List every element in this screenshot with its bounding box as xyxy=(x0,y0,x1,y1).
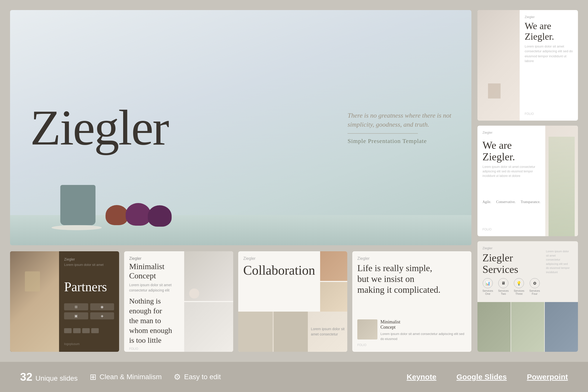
thumb1-content: Ziegler We are Ziegler. Lorem ipsum dolo… xyxy=(520,10,578,121)
keynote-link[interactable]: Keynote xyxy=(407,373,436,381)
life-mini-content: MinimalistConcept Lorem ipsum dolor sit … xyxy=(380,319,466,341)
collab-bottom-2 xyxy=(274,312,308,352)
collab-img-1 xyxy=(320,251,347,281)
minimalist-text: Lorem ipsum dolor sit amet consectetur a… xyxy=(129,282,179,293)
clean-label: Clean & Minimalism xyxy=(100,373,162,381)
life-page: FOLIO xyxy=(357,343,466,347)
partners-title: Partners xyxy=(64,279,114,294)
slide-partners[interactable]: Ziegler Lorem ipsum dolor sit amet Partn… xyxy=(10,251,119,352)
thumb2-content: Ziegler We areZiegler. Lorem ipsum dolor… xyxy=(477,126,545,236)
icon-box-2 xyxy=(73,328,81,333)
service-label-4: Services Four xyxy=(529,289,540,295)
icon-box-4 xyxy=(91,328,99,333)
logo-item-4: ◈ xyxy=(90,312,114,319)
fig-3 xyxy=(148,205,172,227)
tag-conservative: Conservative. xyxy=(496,200,516,204)
template-label: Simple Presentation Template xyxy=(348,137,451,144)
minimalist-images xyxy=(184,251,233,352)
edit-label: Easy to edit xyxy=(184,373,221,381)
bottom-slides-row: Ziegler Lorem ipsum dolor sit amet Partn… xyxy=(10,251,471,352)
minimalist-quote: Nothing isenough forthe man towhom enoug… xyxy=(129,296,179,345)
service-three: 💡 Services Three xyxy=(514,278,524,295)
service-img-2 xyxy=(511,302,544,352)
thumb2-image xyxy=(545,126,578,236)
life-mini-text: Lorem ipsum dolor sit amet consectetur a… xyxy=(380,331,466,341)
feature-clean: ⊞ Clean & Minimalism xyxy=(90,372,162,382)
service-label-1: Services One xyxy=(482,289,493,295)
edit-icon: ⚙ xyxy=(174,372,181,382)
main-area: Ziegler There is no greatness where ther… xyxy=(0,0,588,362)
service-icon-4: ⚙ xyxy=(530,278,540,288)
clean-icon: ⊞ xyxy=(90,372,96,382)
thumb2-text: Lorem ipsum dolor sit amet consectetur a… xyxy=(482,165,540,178)
logo-item-3: ▣ xyxy=(64,312,88,319)
main-title: Ziegler xyxy=(10,103,168,153)
collab-bottom-text: Lorem ipsum dolor sit amet consectetur xyxy=(309,312,347,352)
icon-box-1 xyxy=(64,328,72,333)
collaboration-images xyxy=(320,251,347,312)
service-icon-3: 💡 xyxy=(514,278,524,288)
thumb2-tags: Agile. Conservative. Transparance. xyxy=(482,200,540,206)
collaboration-tag: Ziegler xyxy=(243,256,315,261)
main-subtitle-area: There is no greatness where there is not… xyxy=(348,111,451,144)
google-slides-link[interactable]: Google Slides xyxy=(457,373,507,381)
slide-count-area: 32 Unique slides xyxy=(20,371,78,383)
collaboration-title: Collaboration xyxy=(243,263,315,278)
thumb3-title: ZieglerServices xyxy=(482,252,540,275)
slide-count-label: Unique slides xyxy=(35,374,78,382)
logo-grid: ⊞ ◉ ▣ ◈ xyxy=(64,303,114,319)
footer-links: Keynote Google Slides Powerpoint xyxy=(407,373,568,381)
collaboration-bottom-images: Lorem ipsum dolor sit amet consectetur xyxy=(238,312,347,352)
life-bottom: MinimalistConcept Lorem ipsum dolor sit … xyxy=(357,319,466,341)
thumb3-header: Ziegler ZieglerServices 📊 Services One 🖥… xyxy=(482,246,573,295)
minimalist-content: Ziegler MinimalistConcept Lorem ipsum do… xyxy=(124,251,184,352)
thumb2-title: We areZiegler. xyxy=(482,139,540,163)
minimalist-title: MinimalistConcept xyxy=(129,262,179,280)
service-label-3: Services Three xyxy=(514,289,524,295)
thumb3-desc-area: Lorem ipsum dolor sit amet consectetur a… xyxy=(543,246,573,295)
thumb1-text: Lorem ipsum dolor sit amet consectetur a… xyxy=(525,44,573,64)
tag-transparance: Transparance. xyxy=(521,200,540,204)
logo-icons xyxy=(64,328,114,333)
main-slide[interactable]: Ziegler There is no greatness where ther… xyxy=(10,10,471,245)
logo-item-1: ⊞ xyxy=(64,303,88,310)
minimalist-img-bottom xyxy=(184,302,233,352)
service-one: 📊 Services One xyxy=(482,278,493,295)
cup xyxy=(60,185,95,225)
powerpoint-link[interactable]: Powerpoint xyxy=(527,373,568,381)
icon-box-3 xyxy=(82,328,90,333)
minimalist-label: Ziegler xyxy=(129,256,179,261)
main-tagline: There is no greatness where there is not… xyxy=(348,111,451,129)
logo-item-2: ◉ xyxy=(90,303,114,310)
thumb-we-are-ziegler-1[interactable]: Ziegler We are Ziegler. Lorem ipsum dolo… xyxy=(477,10,578,121)
minimalist-page: FOLIO xyxy=(129,347,179,351)
feature-edit: ⚙ Easy to edit xyxy=(174,372,221,382)
right-thumbnails: Ziegler We are Ziegler. Lorem ipsum dolo… xyxy=(477,10,578,352)
life-title: Life is really simple,but we insist onma… xyxy=(357,263,466,296)
life-mini-label: MinimalistConcept xyxy=(380,319,466,330)
life-content: Ziegler Life is really simple,but we ins… xyxy=(357,256,466,319)
thumb3-desc: Lorem ipsum dolor sit amet consectetur a… xyxy=(546,249,570,274)
thumb2-tag: Ziegler xyxy=(482,131,540,134)
fig-1 xyxy=(106,205,128,225)
thumb3-main-content: Ziegler ZieglerServices 📊 Services One 🖥… xyxy=(482,246,540,295)
slide-minimalist[interactable]: Ziegler MinimalistConcept Lorem ipsum do… xyxy=(124,251,233,352)
service-icon-2: 🖥 xyxy=(498,278,508,288)
slide-life[interactable]: Ziegler Life is really simple,but we ins… xyxy=(352,251,471,352)
slide-count: 32 xyxy=(20,371,32,383)
thumb1-title: We are Ziegler. xyxy=(525,21,573,42)
collab-bottom-1 xyxy=(238,312,273,352)
thumb-ziegler-services[interactable]: Ziegler ZieglerServices 📊 Services One 🖥… xyxy=(477,241,578,352)
slide-collaboration[interactable]: Ziegler Collaboration Lorem ipsum dolor … xyxy=(238,251,347,352)
fig-2 xyxy=(126,203,151,226)
collaboration-top: Ziegler Collaboration xyxy=(238,251,347,312)
thumb3-top: Ziegler ZieglerServices 📊 Services One 🖥… xyxy=(477,241,578,302)
thumb-we-are-ziegler-2[interactable]: Ziegler We areZiegler. Lorem ipsum dolor… xyxy=(477,126,578,236)
thumb2-page: FOLIO xyxy=(482,228,540,231)
footer-bar: 32 Unique slides ⊞ Clean & Minimalism ⚙ … xyxy=(0,362,588,392)
service-two: 🖥 Services Two xyxy=(498,278,509,295)
thumb3-services: 📊 Services One 🖥 Services Two 💡 Services… xyxy=(482,278,540,295)
thumb1-page: FOLIO xyxy=(525,112,573,116)
life-tag: Ziegler xyxy=(357,256,466,261)
collab-img-2 xyxy=(320,282,347,312)
